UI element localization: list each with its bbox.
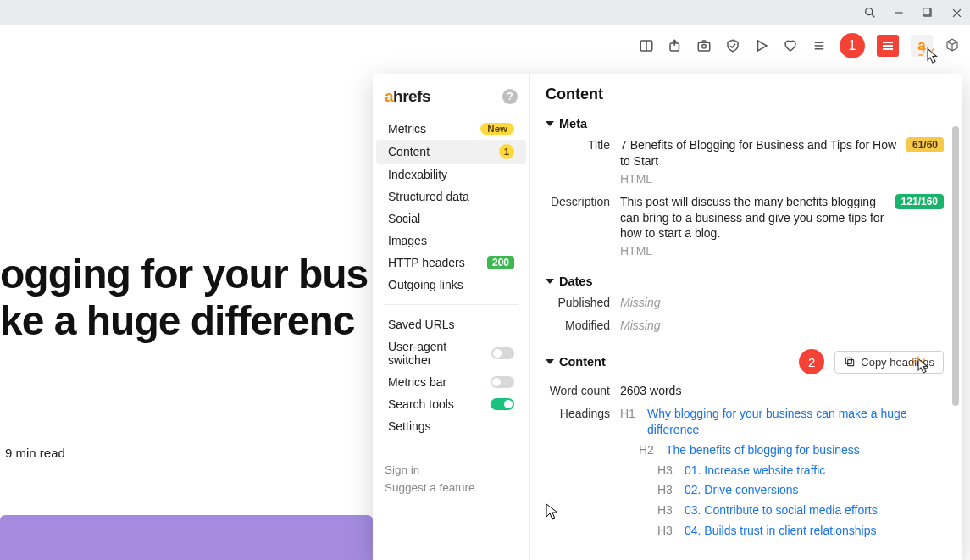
chevron-down-icon (546, 359, 554, 364)
sidebar-item-label: Structured data (388, 190, 469, 203)
heading-row[interactable]: H2The benefits of blogging for business (620, 442, 944, 458)
sidebar-item-structured-data[interactable]: Structured data (376, 186, 526, 208)
badge-count: 1 (499, 144, 514, 159)
ahrefs-logo: ahrefs (385, 87, 430, 106)
svg-line-19 (931, 48, 934, 52)
section-meta: Meta Title 7 Benefits of Blogging for Bu… (546, 117, 944, 259)
meta-desc-value: This post will discuss the many benefits… (620, 194, 887, 260)
sidebar-suggest-link[interactable]: Suggest a feature (385, 481, 518, 494)
wordcount-value: 2603 words (620, 383, 944, 399)
date-modified-key: Modified (546, 318, 620, 332)
svg-rect-4 (923, 8, 930, 15)
heading-row[interactable]: H303. Contribute to social media efforts (620, 502, 944, 518)
sidebar-nav: Metrics New Content 1 Indexability Struc… (373, 118, 529, 502)
list-icon[interactable] (811, 37, 828, 54)
svg-point-11 (702, 44, 707, 48)
extension-ahrefs-icon[interactable]: a (911, 35, 933, 57)
heading-level: H3 (657, 502, 678, 518)
date-published-key: Published (546, 295, 620, 309)
svg-line-16 (922, 48, 925, 52)
panel-main: Content Meta Title 7 Benefits of Bloggin… (530, 74, 962, 560)
extension-cube-icon[interactable] (945, 37, 962, 54)
badge-http-status: 200 (487, 256, 514, 269)
headings-list: H1Why blogging for your business can mak… (620, 406, 944, 543)
sidebar-item-label: Settings (388, 419, 431, 433)
section-meta-header[interactable]: Meta (546, 117, 944, 130)
divider (385, 304, 518, 305)
meta-desc-key: Description (546, 194, 620, 208)
heart-icon[interactable] (782, 37, 799, 54)
panel-sidebar: ahrefs ? Metrics New Content 1 Indexabil… (373, 74, 530, 560)
extension-red-icon[interactable] (877, 35, 899, 57)
page-readtime: 9 min read (5, 446, 65, 460)
sidebar-item-settings[interactable]: Settings (376, 415, 526, 437)
heading-text: 01. Increase website traffic (685, 463, 825, 479)
sidebar-item-saved-urls[interactable]: Saved URLs (376, 313, 526, 335)
section-content: Content 2 Copy headings (546, 349, 944, 543)
divider (385, 446, 518, 446)
scrollbar[interactable] (952, 126, 959, 406)
toggle-search-tools[interactable] (491, 398, 514, 410)
divider (0, 158, 373, 158)
toggle-metrics-bar[interactable] (491, 376, 514, 388)
date-modified-value: Missing (620, 319, 660, 332)
play-icon[interactable] (753, 37, 770, 54)
toggle-ua-switcher[interactable] (491, 347, 514, 359)
wordcount-key: Word count (546, 383, 620, 397)
sidebar-item-outgoing-links[interactable]: Outgoing links (376, 274, 526, 296)
sidebar-item-label: Images (388, 234, 427, 247)
heading-text: 02. Drive conversions (685, 482, 799, 498)
heading-row[interactable]: H301. Increase website traffic (620, 463, 944, 479)
sidebar-item-label: User-agent switcher (388, 340, 491, 367)
sidebar-signin-link[interactable]: Sign in (385, 463, 518, 476)
sidebar-item-label: Outgoing links (388, 278, 463, 291)
meta-desc-badge: 121/160 (895, 194, 944, 209)
heading-row[interactable]: H304. Builds trust in client relationshi… (620, 523, 944, 539)
sidebar-item-content[interactable]: Content 1 (376, 140, 526, 164)
share-icon[interactable] (667, 37, 684, 54)
search-icon[interactable] (863, 6, 877, 19)
close-icon[interactable] (950, 6, 963, 19)
svg-marker-12 (758, 41, 768, 51)
sidebar-item-metrics[interactable]: Metrics New (376, 118, 526, 140)
sidebar-item-label: Search tools (388, 397, 454, 411)
panel-title: Content (546, 86, 944, 103)
sidebar-item-indexability[interactable]: Indexability (376, 164, 526, 186)
section-label: Meta (559, 117, 587, 130)
page-hero: ogging for your bus ke a huge differenc (0, 251, 373, 344)
minimize-icon[interactable] (892, 6, 906, 19)
heading-text: Why blogging for your business can make … (647, 406, 944, 438)
heading-level: H3 (657, 523, 678, 539)
section-dates-header[interactable]: Dates (546, 274, 944, 288)
shield-icon[interactable] (724, 37, 741, 54)
sidebar-item-images[interactable]: Images (376, 230, 526, 252)
copy-headings-button[interactable]: Copy headings (834, 351, 944, 374)
sidepanel-icon[interactable] (638, 37, 655, 54)
section-content-header[interactable]: Content (546, 355, 606, 369)
heading-text: The benefits of blogging for business (666, 442, 860, 458)
window-titlebar (0, 0, 970, 25)
page-hero-image (0, 515, 373, 560)
heading-text: 03. Contribute to social media efforts (685, 502, 878, 518)
heading-level: H3 (657, 482, 678, 498)
sidebar-item-label: Metrics (388, 122, 426, 136)
headings-key: Headings (546, 406, 620, 420)
callout-2: 2 (799, 349, 824, 374)
heading-text: 04. Builds trust in client relationships (685, 523, 876, 539)
heading-row[interactable]: H302. Drive conversions (620, 482, 944, 498)
sidebar-item-social[interactable]: Social (376, 208, 526, 230)
svg-rect-10 (698, 42, 710, 51)
help-icon[interactable]: ? (502, 89, 518, 104)
sidebar-item-search-tools[interactable]: Search tools (376, 393, 526, 415)
sidebar-item-http-headers[interactable]: HTTP headers 200 (376, 252, 526, 274)
chevron-down-icon (546, 121, 554, 126)
maximize-icon[interactable] (921, 6, 934, 19)
section-label: Content (559, 355, 606, 369)
svg-rect-21 (846, 358, 852, 363)
arrow-cursor-icon (546, 503, 559, 520)
heading-row[interactable]: H1Why blogging for your business can mak… (620, 406, 944, 438)
sidebar-item-metrics-bar[interactable]: Metrics bar (376, 371, 526, 393)
badge-new: New (480, 123, 514, 135)
camera-icon[interactable] (696, 37, 712, 54)
sidebar-item-ua-switcher[interactable]: User-agent switcher (376, 335, 526, 371)
